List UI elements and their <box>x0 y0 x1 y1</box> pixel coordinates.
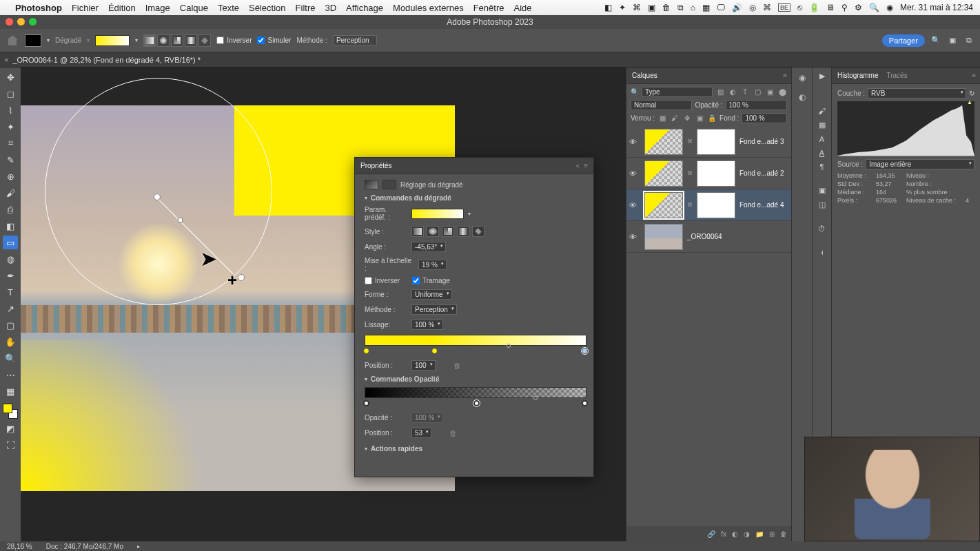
lock-artboard-icon[interactable]: ▣ <box>695 114 704 123</box>
color-stop[interactable] <box>582 348 588 354</box>
filter-toggle-icon[interactable]: ⬤ <box>777 87 787 97</box>
menu-plugins[interactable]: Modules externes <box>393 3 464 13</box>
opacity-editor-bar[interactable] <box>365 387 586 398</box>
swatches-icon[interactable]: ◐ <box>796 91 808 103</box>
foreground-background-swatches[interactable] <box>3 404 18 419</box>
siri-icon[interactable]: ◉ <box>886 3 893 12</box>
marquee-tool-icon[interactable]: ◻ <box>3 87 18 101</box>
scale-input[interactable]: 19 % <box>418 260 447 270</box>
mask-thumb[interactable] <box>697 129 735 155</box>
trash-icon[interactable]: 🗑 <box>453 362 461 370</box>
lock-pos-icon[interactable]: ✥ <box>682 114 692 123</box>
panel-menu-icon[interactable]: ≡ <box>972 72 976 79</box>
mask-thumb[interactable] <box>697 192 735 218</box>
status-icon[interactable]: ⌘ <box>763 3 771 12</box>
gradient-preset-picker[interactable] <box>411 209 464 219</box>
tool-preset-swatch[interactable] <box>25 34 41 47</box>
menu-text[interactable]: Texte <box>218 3 239 13</box>
opacity-stop[interactable] <box>582 400 588 406</box>
edit-toolbar-icon[interactable]: ▦ <box>3 384 18 398</box>
brush-tool-icon[interactable]: 🖌 <box>3 186 18 200</box>
menu-help[interactable]: Aide <box>513 3 531 13</box>
workspace-icon[interactable]: ▣ <box>947 35 958 46</box>
filter-shape-icon[interactable]: ▢ <box>753 87 762 97</box>
chevron-down-icon[interactable]: ▾ <box>47 37 50 43</box>
bluetooth-icon[interactable]: ⎋ <box>797 3 802 12</box>
menu-layer[interactable]: Calque <box>180 3 208 13</box>
opa-position-input[interactable]: 53 <box>411 428 431 438</box>
hand-tool-icon[interactable]: ✋ <box>3 335 18 349</box>
tab-paths[interactable]: Tracés <box>886 72 907 79</box>
link-layers-icon[interactable]: 🔗 <box>707 530 715 538</box>
tab-properties[interactable]: Propriétés <box>360 162 392 169</box>
gradient-radial-button[interactable] <box>157 34 170 47</box>
method-dropdown[interactable]: Perception <box>411 304 457 315</box>
filter-adjust-icon[interactable]: ◐ <box>728 87 737 97</box>
style-radial-button[interactable] <box>427 226 439 237</box>
status-icon[interactable]: ▣ <box>648 3 655 12</box>
ellipsis-icon[interactable]: ⋯ <box>3 368 18 382</box>
menu-selection[interactable]: Sélection <box>249 3 285 13</box>
foreground-color-swatch[interactable] <box>3 404 12 413</box>
actions-icon[interactable]: ◫ <box>819 200 826 209</box>
section-gradient-commands[interactable]: ▾Commandes du dégradé <box>365 194 586 202</box>
menu-image[interactable]: Image <box>145 3 170 13</box>
link-icon[interactable]: ⌘ <box>687 138 693 145</box>
type-icon[interactable]: A <box>819 135 824 143</box>
lock-trans-icon[interactable]: ▦ <box>657 114 667 123</box>
opacity-stops-row[interactable] <box>365 400 586 408</box>
home-icon[interactable] <box>6 34 19 47</box>
align-icon[interactable]: ⫞ <box>820 248 824 256</box>
eraser-tool-icon[interactable]: ◧ <box>3 219 18 233</box>
zoom-tool-icon[interactable]: 🔍 <box>3 351 18 365</box>
battery-icon[interactable]: 🔋 <box>809 3 819 12</box>
menu-view[interactable]: Affichage <box>346 3 383 13</box>
gradient-editor-bar[interactable] <box>365 335 586 346</box>
gradient-diamond-button[interactable] <box>198 34 211 47</box>
tab-layers[interactable]: Calques <box>632 72 657 79</box>
crop-tool-icon[interactable]: ⌗ <box>3 136 18 150</box>
chevron-down-icon[interactable]: ▾ <box>135 37 138 43</box>
gradient-preview[interactable] <box>95 35 130 46</box>
maximize-window-icon[interactable] <box>29 18 37 25</box>
fill-value-dropdown[interactable]: 100 % <box>742 113 787 123</box>
method-dropdown[interactable]: Perception <box>333 35 377 45</box>
properties-panel[interactable]: × Propriétés « ≡ Réglage du dégradé ▾Com… <box>354 157 594 477</box>
share-button[interactable]: Partager <box>882 34 925 47</box>
status-icon[interactable]: ⧉ <box>677 3 684 12</box>
layer-name[interactable]: _ORO0064 <box>687 233 722 240</box>
menu-window[interactable]: Fenêtre <box>473 3 504 13</box>
style-reflected-button[interactable] <box>457 226 469 237</box>
trash-icon[interactable]: 🗑 <box>780 530 787 538</box>
mask-thumb-icon[interactable] <box>382 180 396 189</box>
status-icon[interactable]: ⌂ <box>691 3 695 12</box>
gradient-tool-icon[interactable]: ▭ <box>3 236 18 249</box>
spotlight-icon[interactable]: 🔍 <box>869 3 879 12</box>
invert-checkbox[interactable]: Inverser <box>216 37 252 44</box>
search-icon[interactable]: 🔍 <box>631 88 639 96</box>
status-icon[interactable]: 🗑 <box>662 3 671 12</box>
doc-size[interactable]: Doc : 246,7 Mo/246,7 Mo <box>46 543 123 550</box>
gradient-stops-row[interactable] <box>365 348 586 356</box>
adjustment-icon[interactable]: ◑ <box>744 530 750 538</box>
wifi-icon[interactable]: ⚲ <box>841 3 848 12</box>
eyedropper-tool-icon[interactable]: ✎ <box>3 153 18 167</box>
fx-icon[interactable]: fx <box>721 530 726 538</box>
trash-icon[interactable]: 🗑 <box>449 429 457 437</box>
opacity-stop[interactable] <box>473 400 480 406</box>
shape-dropdown[interactable]: Uniforme <box>411 289 452 300</box>
search-icon[interactable]: 🔍 <box>930 35 941 46</box>
layer-filter-dropdown[interactable]: Type <box>642 87 713 97</box>
dither-checkbox[interactable]: Tramage <box>412 277 450 284</box>
opacity-value-dropdown[interactable]: 100 % <box>726 100 787 110</box>
filter-text-icon[interactable]: T <box>740 87 750 97</box>
gradient-handle-mid[interactable] <box>178 218 183 222</box>
angle-input[interactable]: -45,63° <box>411 242 446 252</box>
arrange-icon[interactable]: ⧉ <box>963 35 974 46</box>
filter-smart-icon[interactable]: ▣ <box>765 87 775 97</box>
color-stop[interactable] <box>431 348 438 354</box>
brush-preset-icon[interactable]: 🖌 <box>818 107 826 115</box>
mask-thumb[interactable] <box>697 160 735 187</box>
style-linear-button[interactable] <box>411 226 424 237</box>
layer-row[interactable]: 👁 ⌘ Fond e...adé 4 <box>626 189 791 221</box>
